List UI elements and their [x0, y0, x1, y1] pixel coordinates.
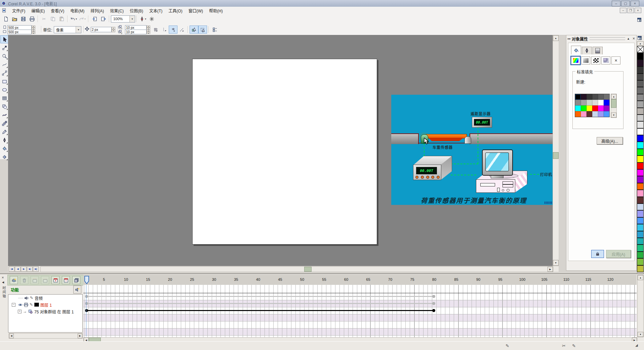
palette-swatch[interactable]	[637, 87, 644, 94]
palette-swatch[interactable]	[637, 115, 644, 121]
palette-swatch[interactable]	[637, 265, 644, 272]
open-button[interactable]	[10, 15, 19, 23]
print-button[interactable]	[28, 15, 36, 23]
zoom-level-select[interactable]: 100%▼	[111, 15, 135, 23]
palette-swatch[interactable]	[637, 190, 644, 196]
paste-button[interactable]	[57, 15, 66, 23]
duplicate-y-spinner[interactable]: ▾▴	[147, 30, 150, 34]
doc-minimize-button[interactable]: –	[620, 8, 627, 13]
fill-color-swatch[interactable]	[575, 94, 581, 100]
palette-swatch[interactable]	[637, 121, 644, 128]
keyframe-dot[interactable]	[432, 295, 435, 298]
edit-pencil-icon[interactable]: ✎	[30, 302, 33, 307]
fill-color-swatch[interactable]	[587, 94, 592, 100]
frame-grid[interactable]	[83, 285, 637, 337]
duplicate-x-spinner[interactable]: ▾▴	[147, 26, 150, 30]
bezier-tool[interactable]	[0, 69, 8, 77]
show-bounding-box-button[interactable]	[198, 26, 207, 34]
tab-outline[interactable]	[582, 47, 592, 54]
delete-button[interactable]	[20, 276, 28, 284]
freehand-tool[interactable]	[0, 60, 8, 69]
doc-close-button[interactable]: ×	[635, 8, 641, 13]
docker-collapse-icon[interactable]: ▲	[627, 37, 630, 40]
fill-color-swatch[interactable]	[598, 111, 604, 117]
sensor-label[interactable]: 车重传感器	[433, 144, 453, 150]
rectangle-tool[interactable]	[0, 77, 8, 85]
audio-row[interactable]: ✎ 音频	[8, 295, 82, 301]
palette-swatch[interactable]	[637, 74, 644, 80]
eyedropper-tool[interactable]	[0, 128, 8, 136]
remote-display-label[interactable]: 遥距显示器	[471, 111, 491, 116]
audio-track[interactable]	[86, 296, 434, 297]
group-label[interactable]: 75 对象群组 在 图层 1	[34, 309, 74, 314]
group-objects-button[interactable]	[72, 276, 80, 284]
palette-swatch[interactable]	[637, 258, 644, 265]
fill-color-swatch[interactable]	[587, 111, 592, 117]
palette-swatch[interactable]	[637, 80, 644, 87]
play-button[interactable]: ▶	[21, 266, 27, 272]
treat-as-filled-button[interactable]	[190, 26, 198, 34]
fill-pattern-button[interactable]	[591, 56, 600, 64]
basic-shapes-tool[interactable]	[0, 102, 8, 111]
lock-button[interactable]	[591, 250, 604, 258]
duplicate-x-field[interactable]: 10 px	[125, 25, 147, 30]
palette-swatch[interactable]	[637, 163, 644, 169]
canvas-hscroll-thumb[interactable]	[304, 267, 312, 272]
fill-color-swatch[interactable]	[592, 100, 598, 105]
pick-tool[interactable]	[0, 35, 8, 43]
advanced-button[interactable]: 高级(A)...	[597, 137, 623, 144]
frame-row[interactable]	[83, 329, 637, 336]
frame-row[interactable]	[83, 293, 637, 300]
canvas-vscrollbar[interactable]: ▲ ▼	[553, 35, 559, 266]
palette-swatch[interactable]	[637, 108, 644, 115]
units-select[interactable]: 像素▼	[54, 26, 81, 33]
frame-row[interactable]	[83, 300, 637, 307]
palette-swatch[interactable]	[637, 224, 644, 231]
palette-swatch[interactable]	[637, 53, 644, 59]
menu-8[interactable]: 文本(T)	[146, 7, 165, 14]
dynamic-guides-button[interactable]	[177, 26, 186, 34]
collapse-box[interactable]: −	[12, 303, 15, 307]
insert-frame-button[interactable]	[31, 276, 39, 284]
palette-swatch[interactable]	[637, 217, 644, 224]
fill-color-swatch[interactable]	[581, 105, 587, 111]
frame-row[interactable]	[83, 307, 637, 314]
keyframe-dot[interactable]	[85, 295, 88, 298]
palette-swatch[interactable]	[637, 156, 644, 162]
interactive-blend-tool[interactable]	[0, 119, 8, 127]
timeline-close-icon[interactable]: ×	[2, 275, 4, 279]
palette-swatch[interactable]	[637, 142, 644, 148]
previous-frame-button[interactable]: ◀	[15, 266, 21, 272]
menu-4[interactable]: 电影(M)	[67, 7, 87, 14]
nudge-spinner[interactable]: ▴▾	[112, 27, 115, 32]
fill-texture-button[interactable]	[601, 56, 610, 64]
keyframe-dot[interactable]	[432, 302, 435, 305]
fill-color-swatch[interactable]	[598, 94, 604, 100]
fill-color-swatch[interactable]	[604, 94, 609, 100]
palette-swatch[interactable]	[637, 67, 644, 73]
redo-button[interactable]: ▾	[78, 15, 87, 23]
document-page[interactable]: 遥距显示器 00.00T 车重传感器 00.00T	[192, 59, 377, 245]
docker-handle-icon[interactable]: ▸▸	[568, 37, 571, 40]
fill-color-swatch[interactable]	[604, 111, 609, 117]
menu-7[interactable]: 位图(B)	[127, 7, 146, 14]
menu-10[interactable]: 窗口(W)	[186, 7, 206, 14]
snap-to-guidelines-button[interactable]	[160, 26, 169, 34]
duplicate-y-field[interactable]: 10 px	[125, 30, 147, 34]
canvas-vscroll-thumb[interactable]	[553, 152, 559, 159]
remove-frame-button[interactable]	[41, 276, 49, 284]
timeline-ruler[interactable]: 5101520253035404550556065707580859095100…	[83, 275, 637, 285]
palette-no-color[interactable]	[637, 46, 644, 53]
fill-color-swatch[interactable]	[581, 100, 587, 105]
palette-swatch[interactable]	[637, 238, 644, 245]
palette-swatch[interactable]	[637, 204, 644, 210]
palette-swatch[interactable]	[637, 176, 644, 183]
corel-online-button[interactable]	[147, 15, 156, 23]
fill-color-swatch[interactable]	[587, 100, 592, 105]
fill-color-swatch[interactable]	[592, 105, 598, 111]
fill-color-swatch[interactable]	[575, 100, 581, 105]
app-launcher-button[interactable]: ▾	[138, 15, 147, 23]
menu-1[interactable]: 文件(F)	[9, 7, 28, 14]
palette-swatch[interactable]	[637, 101, 644, 107]
add-sound-button[interactable]	[73, 286, 81, 294]
